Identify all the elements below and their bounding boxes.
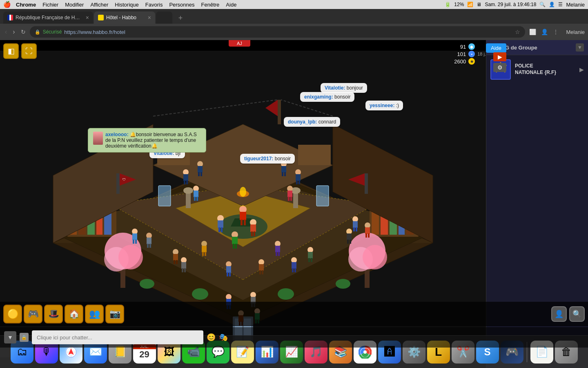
search-users-button[interactable]: 🔍 bbox=[569, 306, 585, 322]
coins-value: 101 bbox=[454, 51, 466, 57]
tab-close-habbo[interactable]: × bbox=[148, 14, 151, 21]
svg-rect-166 bbox=[298, 180, 300, 184]
chat-bubble-dounya: dounya_lpb: connard bbox=[284, 117, 340, 127]
svg-rect-98 bbox=[294, 268, 296, 272]
svg-point-91 bbox=[258, 259, 264, 265]
svg-rect-102 bbox=[205, 252, 206, 256]
menu-fichier[interactable]: Fichier bbox=[42, 2, 58, 8]
svg-rect-77 bbox=[194, 197, 196, 201]
svg-rect-56 bbox=[158, 186, 171, 206]
friends-button[interactable]: 👥 bbox=[85, 305, 104, 323]
svg-rect-86 bbox=[184, 268, 186, 272]
habbo-toolbar: 🟡 🎮 🎩 🏠 👥 📷 👤 bbox=[0, 302, 588, 326]
avatar-icon: 🎩 bbox=[48, 309, 59, 319]
svg-point-50 bbox=[336, 279, 350, 289]
svg-rect-68 bbox=[250, 224, 256, 232]
currency-panel: 91 ◆ 101 ▪ 18 j. 2600 ★ bbox=[454, 43, 486, 65]
sticker-button[interactable]: 🎭 bbox=[219, 333, 228, 342]
menu-personnes[interactable]: Personnes bbox=[169, 2, 194, 8]
url-text: https://www.habbo.fr/hotel bbox=[64, 29, 512, 35]
tab-favicon-habbo bbox=[98, 15, 104, 20]
action-button-1[interactable]: ▶ bbox=[493, 52, 506, 61]
menu-aide[interactable]: Aide bbox=[226, 2, 236, 8]
svg-rect-85 bbox=[182, 268, 183, 272]
chrome-menu-icon[interactable]: ⋮ bbox=[551, 27, 560, 37]
camera-button[interactable]: 📷 bbox=[105, 305, 124, 323]
aide-button[interactable]: Aide bbox=[486, 43, 506, 53]
catalog-button[interactable]: 🎮 bbox=[24, 305, 42, 323]
chat-box-axeloooo: axeloooo: 🔔bonsoir bienvenue au S.A.S de… bbox=[88, 128, 206, 153]
svg-point-99 bbox=[201, 241, 207, 247]
inventory-button[interactable]: 🟡 bbox=[3, 305, 22, 323]
game-toolbar: ◧ ⛶ bbox=[3, 43, 37, 59]
tab-empty[interactable] bbox=[156, 11, 172, 24]
svg-rect-169 bbox=[241, 220, 243, 225]
new-tab-button[interactable]: + bbox=[175, 12, 186, 24]
chat-toggle-button[interactable]: ▼ bbox=[4, 331, 16, 343]
game-area[interactable]: AJ bbox=[0, 40, 588, 368]
menu-extra-icon[interactable]: ☰ bbox=[558, 2, 563, 7]
svg-point-143 bbox=[132, 229, 138, 234]
group-expand-button[interactable]: ▼ bbox=[576, 43, 584, 52]
secure-label: Sécurisé bbox=[43, 29, 62, 35]
extensions-icon[interactable]: ⬜ bbox=[528, 27, 538, 37]
chat-toggle-icon: ▼ bbox=[7, 334, 13, 341]
menu-historique[interactable]: Historique bbox=[115, 2, 139, 8]
svg-point-79 bbox=[287, 186, 293, 191]
stars-value: 2600 bbox=[454, 58, 466, 65]
back-button[interactable]: ‹ bbox=[3, 27, 9, 37]
svg-point-115 bbox=[226, 294, 232, 300]
svg-rect-73 bbox=[233, 244, 234, 249]
chat-input[interactable] bbox=[32, 330, 203, 344]
days-value: 18 j. bbox=[477, 52, 486, 56]
gear-icon: ⚙ bbox=[497, 64, 503, 71]
tab-favicon-fr bbox=[7, 15, 13, 20]
avatar-button[interactable]: 🎩 bbox=[44, 305, 63, 323]
search-users-icon: 🔍 bbox=[572, 310, 581, 319]
bookmark-icon[interactable]: ☆ bbox=[515, 29, 520, 35]
svg-rect-153 bbox=[184, 180, 185, 184]
forward-button[interactable]: › bbox=[11, 27, 16, 37]
fullscreen-button[interactable]: ⛶ bbox=[21, 43, 37, 59]
svg-rect-168 bbox=[240, 212, 246, 220]
battery-level: 12% bbox=[454, 2, 464, 7]
url-bar[interactable]: 🔒 Sécurisé https://www.habbo.fr/hotel ☆ bbox=[30, 26, 526, 38]
diamonds-row: 91 ◆ bbox=[454, 43, 486, 50]
svg-point-49 bbox=[278, 288, 294, 300]
menu-favoris[interactable]: Favoris bbox=[145, 2, 163, 8]
coin-icon: ▪ bbox=[468, 51, 475, 57]
svg-rect-34 bbox=[278, 100, 281, 124]
settings-button[interactable]: ⚙ bbox=[493, 63, 506, 72]
svg-rect-101 bbox=[202, 252, 204, 256]
svg-rect-106 bbox=[278, 252, 280, 256]
wifi-icon: 📶 bbox=[467, 2, 473, 7]
svg-rect-84 bbox=[181, 262, 186, 269]
search-icon[interactable]: 🔍 bbox=[539, 2, 546, 7]
chat-bubble-enixgaming: enixgaming: bonsoir bbox=[300, 92, 354, 102]
chat-lock-button[interactable]: 🔒 bbox=[20, 333, 29, 342]
reload-button[interactable]: ↻ bbox=[19, 27, 27, 37]
user-avatar-icon[interactable]: 👤 bbox=[549, 2, 555, 7]
menu-fenetre[interactable]: Fenêtre bbox=[201, 2, 220, 8]
secure-icon: 🔒 bbox=[35, 29, 40, 35]
tab-title-republique: République Française de Hab... bbox=[16, 15, 82, 20]
group-action-button[interactable]: ▶ bbox=[579, 66, 584, 73]
menu-modifier[interactable]: Modifier bbox=[65, 2, 84, 8]
svg-rect-88 bbox=[226, 266, 231, 273]
emoji-button[interactable]: 😊 bbox=[207, 333, 216, 342]
svg-rect-162 bbox=[284, 172, 286, 176]
toggle-layout-button[interactable]: ◧ bbox=[3, 43, 19, 59]
menu-afficher[interactable]: Afficher bbox=[90, 2, 108, 8]
browser-window: République Française de Hab... × Hôtel -… bbox=[0, 9, 588, 368]
tab-habbo[interactable]: Hôtel - Habbo × bbox=[94, 11, 155, 24]
svg-point-95 bbox=[291, 257, 297, 263]
apple-menu[interactable]: 🍎 bbox=[3, 1, 11, 8]
tab-close-republique[interactable]: × bbox=[86, 14, 89, 21]
profile-name: Melanie bbox=[566, 29, 585, 35]
profile-icon[interactable]: 👤 bbox=[539, 27, 550, 37]
rooms-button[interactable]: 🏠 bbox=[65, 305, 83, 323]
user-profile-button[interactable]: 👤 bbox=[551, 306, 567, 322]
app-name-chrome[interactable]: Chrome bbox=[16, 2, 36, 8]
svg-rect-29 bbox=[116, 173, 120, 194]
tab-republique[interactable]: République Française de Hab... × bbox=[3, 11, 93, 24]
